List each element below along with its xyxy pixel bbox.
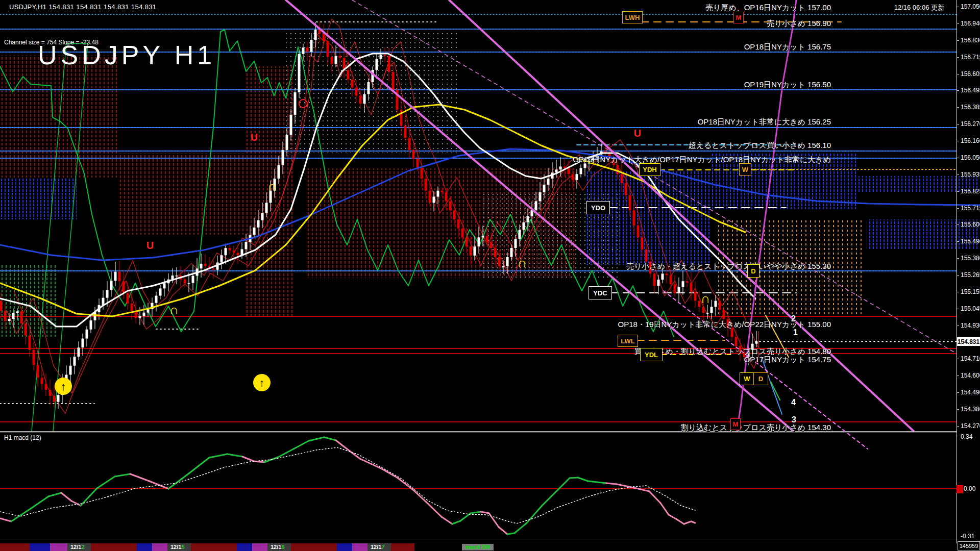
price-tick-label: 155.155 xyxy=(961,288,980,295)
pivot-label-d: D xyxy=(753,372,768,385)
candle-body xyxy=(531,210,533,216)
candle-body xyxy=(261,213,264,220)
pivot-label-w: W xyxy=(740,372,754,385)
u-shape-marker: U xyxy=(251,132,258,143)
candle-body xyxy=(670,275,672,284)
candle-body xyxy=(572,174,574,180)
session-date-label: 12/15 xyxy=(170,544,185,550)
candle-body xyxy=(278,165,280,179)
price-tick-mark xyxy=(957,107,959,108)
candle-body xyxy=(416,159,419,168)
wave-number: 3 xyxy=(792,415,796,424)
macd-main-line xyxy=(130,474,151,482)
session-segment[interactable] xyxy=(50,543,67,551)
candle-body xyxy=(384,55,386,56)
candle-body xyxy=(69,366,72,375)
candle-body xyxy=(547,179,550,185)
macd-toggle-badge[interactable]: macd ON xyxy=(462,544,494,550)
candle-body xyxy=(510,248,513,257)
candle-body xyxy=(645,249,648,262)
session-segment[interactable] xyxy=(137,543,152,551)
candle-body xyxy=(474,246,476,256)
candle-body xyxy=(506,257,509,266)
price-tick-label: 156.050 xyxy=(961,154,980,161)
wave-number: 1 xyxy=(793,328,798,337)
candle-body xyxy=(176,276,178,277)
candle-body xyxy=(580,168,582,174)
macd-main-line xyxy=(588,481,606,483)
candle-body xyxy=(359,95,362,104)
candle-body xyxy=(110,281,113,290)
price-tick-mark xyxy=(957,241,959,242)
candle-body xyxy=(514,239,517,248)
macd-axis-max: 0.34 xyxy=(961,433,972,440)
candle-body xyxy=(229,248,231,251)
candle-body xyxy=(192,276,194,283)
candle-body xyxy=(637,226,640,238)
candle-body xyxy=(347,70,350,80)
price-tick-mark xyxy=(957,392,959,393)
candle-body xyxy=(498,257,501,266)
session-segment[interactable] xyxy=(30,543,50,551)
candle-body xyxy=(657,280,660,286)
candle-body xyxy=(4,311,7,321)
macd-main-line xyxy=(97,477,115,488)
price-tick-label: 154.600 xyxy=(961,372,980,379)
macd-main-line xyxy=(442,517,452,524)
candle-body xyxy=(723,310,725,319)
price-tick-label: 156.270 xyxy=(961,120,980,128)
candle-body xyxy=(86,330,88,339)
price-tick-mark xyxy=(957,409,959,410)
candle-body xyxy=(200,264,203,268)
candle-body xyxy=(302,47,305,54)
candle-body xyxy=(535,201,537,210)
candle-body xyxy=(327,41,329,57)
candle-body xyxy=(143,313,145,316)
session-segment[interactable] xyxy=(91,543,137,551)
candle-body xyxy=(368,82,370,94)
candle-body xyxy=(653,273,656,286)
price-tick-mark xyxy=(957,124,959,124)
candle-body xyxy=(490,242,493,248)
candle-body xyxy=(82,339,84,348)
candle-body xyxy=(323,34,325,41)
candle-body xyxy=(543,185,546,192)
candle-body xyxy=(621,174,623,183)
session-segment[interactable] xyxy=(352,543,368,551)
candle-body xyxy=(290,115,292,135)
violet-steep-line xyxy=(737,0,796,431)
price-tick-label: 154.710 xyxy=(961,355,980,362)
session-segment[interactable] xyxy=(152,543,167,551)
candle-body xyxy=(682,281,684,287)
price-tick-label: 156.385 xyxy=(961,104,980,111)
session-segment[interactable] xyxy=(237,543,252,551)
candle-body xyxy=(102,298,105,305)
wave-number: 2 xyxy=(791,314,796,323)
candle-body xyxy=(257,220,260,228)
price-tick-label: 156.495 xyxy=(961,87,980,94)
wave-number: 4 xyxy=(791,398,796,407)
session-segment[interactable] xyxy=(0,543,30,551)
price-tick-label: 156.160 xyxy=(961,137,980,144)
candle-body xyxy=(539,192,542,202)
session-segment[interactable] xyxy=(391,543,414,551)
candle-body xyxy=(294,92,297,115)
session-segment[interactable] xyxy=(291,543,337,551)
chart-canvas[interactable]: ↑↑∩∩∩∩UUU xyxy=(0,0,980,551)
macd-main-line xyxy=(360,459,382,469)
macd-signal-line xyxy=(0,447,695,523)
candle-body xyxy=(408,138,411,150)
candle-body xyxy=(8,319,11,321)
macd-main-line xyxy=(606,483,617,484)
candle-body xyxy=(335,56,337,64)
candle-body xyxy=(24,323,27,336)
horseshoe-marker: ∩ xyxy=(518,255,527,270)
session-segment[interactable] xyxy=(191,543,237,551)
price-tick-label: 155.825 xyxy=(961,188,980,195)
pivot-label-m: M xyxy=(733,12,744,23)
macd-main-line xyxy=(189,458,209,473)
session-segment[interactable] xyxy=(337,543,352,551)
session-segment[interactable] xyxy=(252,543,267,551)
price-tick-mark xyxy=(957,191,959,192)
macd-main-line xyxy=(324,437,336,440)
